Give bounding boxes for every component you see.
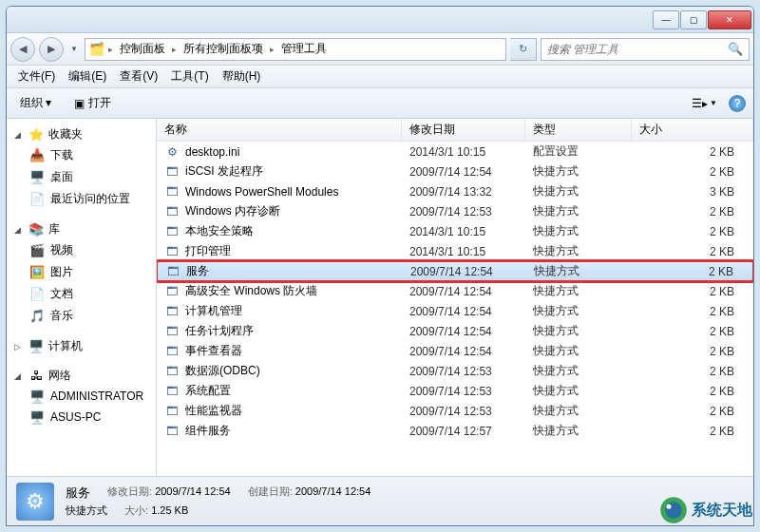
back-button[interactable]: ◀ xyxy=(10,37,35,62)
menu-view[interactable]: 查看(V) xyxy=(114,66,163,87)
organize-button[interactable]: 组织 ▾ xyxy=(14,92,57,114)
refresh-button[interactable]: ↻ xyxy=(510,38,537,61)
file-size: 2 KB xyxy=(632,245,753,258)
file-type: 快捷方式 xyxy=(525,383,632,399)
menu-edit[interactable]: 编辑(E) xyxy=(63,66,112,87)
address-bar[interactable]: 🗂️ ▸ 控制面板 ▸ 所有控制面板项 ▸ 管理工具 xyxy=(85,38,506,61)
file-row[interactable]: 🗔数据源(ODBC)2009/7/14 12:53快捷方式2 KB xyxy=(157,361,753,381)
menu-file[interactable]: 文件(F) xyxy=(12,66,61,87)
open-label: 打开 xyxy=(88,95,111,111)
computer-icon: 🖥️ xyxy=(28,339,44,354)
column-date[interactable]: 修改日期 xyxy=(402,119,525,141)
breadcrumb-segment-0[interactable]: 控制面板 xyxy=(117,40,168,58)
search-input[interactable] xyxy=(547,43,728,56)
file-name: 计算机管理 xyxy=(185,303,242,319)
file-icon: 🗔 xyxy=(165,264,180,279)
sidebar-network[interactable]: ◢🖧网络 xyxy=(7,366,156,386)
sidebar-documents[interactable]: 📄文档 xyxy=(7,283,156,305)
file-size: 2 KB xyxy=(632,205,753,218)
file-row[interactable]: 🗔本地安全策略2014/3/1 10:15快捷方式2 KB xyxy=(157,221,753,241)
file-icon: ⚙ xyxy=(164,144,180,160)
column-headers: 名称 修改日期 类型 大小 xyxy=(157,119,753,142)
maximize-button[interactable]: ▢ xyxy=(680,10,707,29)
file-date: 2014/3/1 10:15 xyxy=(402,145,525,159)
forward-button[interactable]: ▶ xyxy=(39,37,64,62)
sidebar-favorites[interactable]: ◢⭐收藏夹 xyxy=(7,124,156,144)
column-name[interactable]: 名称 xyxy=(157,119,402,141)
file-row[interactable]: 🗔打印管理2014/3/1 10:15快捷方式2 KB xyxy=(157,241,753,261)
file-row[interactable]: 🗔系统配置2009/7/14 12:53快捷方式2 KB xyxy=(157,381,753,401)
menu-tools[interactable]: 工具(T) xyxy=(165,66,214,87)
view-options-button[interactable]: ☰▸▼ xyxy=(688,95,721,112)
file-row[interactable]: 🗔服务2009/7/14 12:54快捷方式2 KB xyxy=(157,261,753,281)
sidebar-music[interactable]: 🎵音乐 xyxy=(7,305,156,327)
file-size: 2 KB xyxy=(632,345,753,358)
file-icon: 🗔 xyxy=(164,164,180,180)
file-row[interactable]: 🗔iSCSI 发起程序2009/7/14 12:54快捷方式2 KB xyxy=(157,162,753,181)
minimize-button[interactable]: — xyxy=(653,10,679,29)
file-size: 2 KB xyxy=(632,285,753,298)
sidebar-recent[interactable]: 📄最近访问的位置 xyxy=(7,188,156,210)
file-row[interactable]: 🗔Windows 内存诊断2009/7/14 12:53快捷方式2 KB xyxy=(157,201,753,221)
file-name: Windows 内存诊断 xyxy=(185,203,280,219)
breadcrumb-segment-2[interactable]: 管理工具 xyxy=(278,40,330,58)
chevron-icon[interactable]: ▸ xyxy=(108,45,113,54)
file-size: 2 KB xyxy=(632,145,753,159)
file-icon: 🗔 xyxy=(164,304,180,319)
file-date: 2009/7/14 12:54 xyxy=(403,265,526,278)
details-icon: ⚙ xyxy=(16,483,54,521)
history-dropdown[interactable]: ▼ xyxy=(67,37,81,62)
file-row[interactable]: 🗔性能监视器2009/7/14 12:53快捷方式2 KB xyxy=(157,401,753,421)
recent-icon: 📄 xyxy=(29,192,45,207)
sidebar-libraries[interactable]: ◢📚库 xyxy=(7,219,156,239)
file-size: 2 KB xyxy=(632,425,753,438)
file-size: 3 KB xyxy=(632,185,753,199)
file-row[interactable]: 🗔事件查看器2009/7/14 12:54快捷方式2 KB xyxy=(157,341,753,361)
search-icon[interactable]: 🔍 xyxy=(728,42,743,56)
sidebar-network-pc-0[interactable]: 🖥️ADMINISTRATOR xyxy=(7,386,156,407)
sidebar-videos[interactable]: 🎬视频 xyxy=(7,239,156,261)
sidebar-pictures[interactable]: 🖼️图片 xyxy=(7,261,156,283)
column-type[interactable]: 类型 xyxy=(525,119,632,141)
file-row[interactable]: ⚙desktop.ini2014/3/1 10:15配置设置2 KB xyxy=(157,142,753,162)
file-name: 事件查看器 xyxy=(185,343,242,359)
file-row[interactable]: 🗔组件服务2009/7/14 12:57快捷方式2 KB xyxy=(157,421,753,441)
breadcrumb-segment-1[interactable]: 所有控制面板项 xyxy=(180,40,266,58)
file-type: 快捷方式 xyxy=(525,323,632,339)
file-row[interactable]: 🗔任务计划程序2009/7/14 12:54快捷方式2 KB xyxy=(157,321,753,341)
search-box[interactable]: 🔍 xyxy=(541,38,750,61)
close-button[interactable]: ✕ xyxy=(708,10,751,29)
file-date: 2014/3/1 10:15 xyxy=(402,245,525,258)
file-list[interactable]: ⚙desktop.ini2014/3/1 10:15配置设置2 KB🗔iSCSI… xyxy=(157,142,753,476)
sidebar-network-pc-1[interactable]: 🖥️ASUS-PC xyxy=(7,407,156,428)
file-row[interactable]: 🗔计算机管理2009/7/14 12:54快捷方式2 KB xyxy=(157,301,753,321)
open-button[interactable]: ▣ 打开 xyxy=(68,92,117,114)
file-date: 2009/7/14 12:54 xyxy=(402,305,525,318)
file-icon: 🗔 xyxy=(164,384,180,399)
chevron-icon[interactable]: ▸ xyxy=(172,45,177,54)
network-icon: 🖧 xyxy=(28,369,44,384)
sidebar-computer[interactable]: ▷🖥️计算机 xyxy=(7,336,156,356)
menu-help[interactable]: 帮助(H) xyxy=(217,66,267,87)
folder-icon: 🗂️ xyxy=(89,42,104,57)
file-row[interactable]: 🗔Windows PowerShell Modules2009/7/14 13:… xyxy=(157,181,753,201)
sidebar-downloads[interactable]: 📥下载 xyxy=(7,144,156,166)
sidebar: ◢⭐收藏夹 📥下载 🖥️桌面 📄最近访问的位置 ◢📚库 🎬视频 🖼️图片 📄文档… xyxy=(7,119,157,476)
file-row[interactable]: 🗔高级安全 Windows 防火墙2009/7/14 12:54快捷方式2 KB xyxy=(157,281,753,301)
pc-icon: 🖥️ xyxy=(29,389,45,404)
menubar: 文件(F) 编辑(E) 查看(V) 工具(T) 帮助(H) xyxy=(7,66,753,88)
file-icon: 🗔 xyxy=(164,324,180,339)
chevron-icon[interactable]: ▸ xyxy=(270,45,275,54)
file-date: 2009/7/14 12:53 xyxy=(402,405,525,418)
help-button[interactable]: ? xyxy=(729,95,746,112)
file-type: 快捷方式 xyxy=(525,363,632,379)
file-name: 数据源(ODBC) xyxy=(185,363,260,379)
sidebar-desktop[interactable]: 🖥️桌面 xyxy=(7,166,156,188)
file-name: desktop.ini xyxy=(185,145,239,159)
file-size: 2 KB xyxy=(632,325,753,338)
file-size: 2 KB xyxy=(632,405,753,418)
details-modified-label: 修改日期: xyxy=(107,485,152,497)
details-size-value: 1.25 KB xyxy=(151,504,188,516)
column-size[interactable]: 大小 xyxy=(632,119,753,141)
star-icon: ⭐ xyxy=(28,127,44,142)
